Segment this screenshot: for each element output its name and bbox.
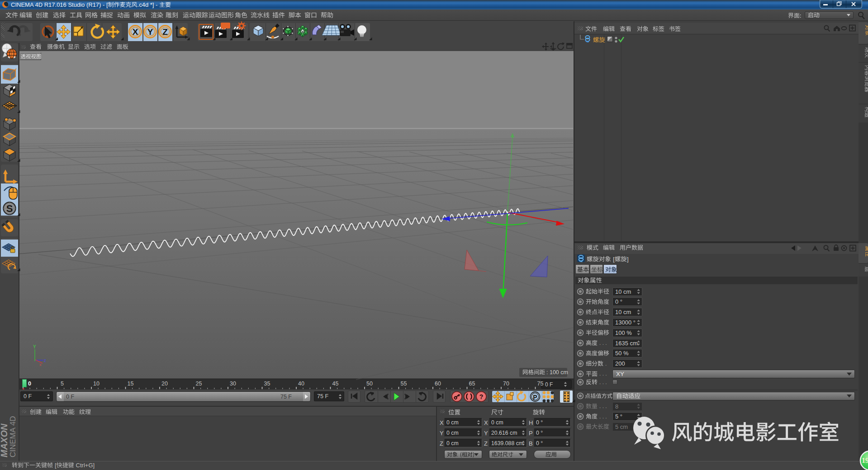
svg-text:.c4d *] -: .c4d *] -	[138, 1, 158, 8]
svg-text:0 F: 0 F	[24, 393, 32, 400]
svg-text:CINEMA 4D R17.016 Studio (R17): CINEMA 4D R17.016 Studio (R17) - [	[11, 1, 108, 8]
svg-text:75 F: 75 F	[317, 393, 328, 400]
svg-text:MAXON: MAXON	[0, 423, 9, 457]
svg-text:0 cm: 0 cm	[446, 440, 459, 446]
svg-text:25: 25	[196, 381, 202, 387]
svg-text:200: 200	[615, 360, 625, 367]
svg-text:40: 40	[298, 381, 304, 387]
svg-text:X: X	[484, 419, 488, 426]
svg-text:XY: XY	[616, 371, 624, 377]
svg-text:P: P	[533, 394, 537, 401]
svg-text:CINEMA 4D: CINEMA 4D	[9, 416, 17, 457]
svg-text:1639.088 cm: 1639.088 cm	[491, 440, 523, 446]
svg-text:x: x	[39, 362, 42, 367]
svg-text:70: 70	[503, 381, 509, 387]
svg-text:50: 50	[366, 381, 373, 387]
svg-text:?: ?	[479, 393, 484, 400]
svg-text:Z: Z	[162, 27, 168, 37]
svg-text:10: 10	[93, 381, 100, 387]
svg-text:P: P	[529, 430, 533, 437]
svg-text:. . .: . . .	[599, 414, 607, 420]
svg-text:8: 8	[615, 403, 618, 410]
svg-text:13000 °: 13000 °	[615, 319, 636, 326]
svg-text:Y: Y	[440, 430, 444, 437]
svg-text:55: 55	[401, 381, 407, 387]
svg-text:Ctrl+G]: Ctrl+G]	[76, 462, 95, 469]
svg-text:50 %: 50 %	[615, 350, 629, 357]
svg-text:. . .: . . .	[599, 371, 607, 377]
svg-text:35: 35	[264, 381, 270, 387]
svg-text:15: 15	[128, 381, 134, 387]
svg-text:0 F: 0 F	[66, 394, 74, 400]
svg-text:z: z	[44, 358, 46, 363]
svg-text:20: 20	[161, 381, 168, 387]
svg-text:0 °: 0 °	[615, 298, 622, 305]
svg-text:5 cm: 5 cm	[615, 423, 628, 430]
svg-text:S: S	[6, 203, 13, 214]
svg-text:[: [	[613, 256, 615, 263]
svg-text:0 F: 0 F	[545, 381, 553, 388]
svg-text:1635 cm: 1635 cm	[615, 340, 638, 347]
svg-text:65: 65	[469, 381, 475, 387]
svg-text:.: .	[605, 361, 607, 367]
svg-text:75: 75	[537, 381, 544, 387]
svg-text:10 cm: 10 cm	[615, 288, 631, 295]
svg-text:: 100 cm: : 100 cm	[546, 369, 568, 376]
svg-text:5 °: 5 °	[615, 413, 622, 420]
svg-text:. . .: . . .	[599, 340, 607, 346]
svg-text:]: ]	[627, 256, 629, 263]
svg-text:0 cm: 0 cm	[491, 419, 503, 426]
svg-text:0 °: 0 °	[536, 419, 543, 426]
svg-text:45: 45	[332, 381, 339, 387]
svg-text:B: B	[529, 440, 533, 447]
svg-text:Y: Y	[147, 27, 153, 37]
svg-text:. . .: . . .	[599, 403, 607, 409]
svg-text:H: H	[529, 419, 533, 426]
svg-text:5: 5	[61, 381, 64, 387]
svg-text:0 cm: 0 cm	[446, 419, 459, 426]
svg-text:30: 30	[230, 381, 236, 387]
svg-text:[: [	[55, 462, 57, 469]
svg-text:Y: Y	[484, 430, 488, 437]
svg-text:Y: Y	[33, 344, 36, 349]
svg-text:Z: Z	[440, 440, 443, 447]
svg-text:. . .: . . .	[599, 379, 607, 385]
svg-text:X: X	[133, 27, 138, 37]
svg-text:Z: Z	[484, 440, 488, 447]
svg-text:60: 60	[435, 381, 441, 387]
svg-text:X: X	[440, 419, 444, 426]
svg-text:0 °: 0 °	[536, 440, 543, 446]
svg-text:0: 0	[28, 381, 31, 387]
svg-text:100 %: 100 %	[615, 329, 632, 336]
svg-text:19: 19	[862, 456, 868, 464]
svg-text:10 cm: 10 cm	[615, 309, 631, 315]
svg-text:75 F: 75 F	[280, 394, 292, 400]
svg-text:0 cm: 0 cm	[446, 430, 459, 436]
svg-text:0 °: 0 °	[536, 430, 543, 436]
svg-text:20.616 cm: 20.616 cm	[491, 430, 517, 436]
